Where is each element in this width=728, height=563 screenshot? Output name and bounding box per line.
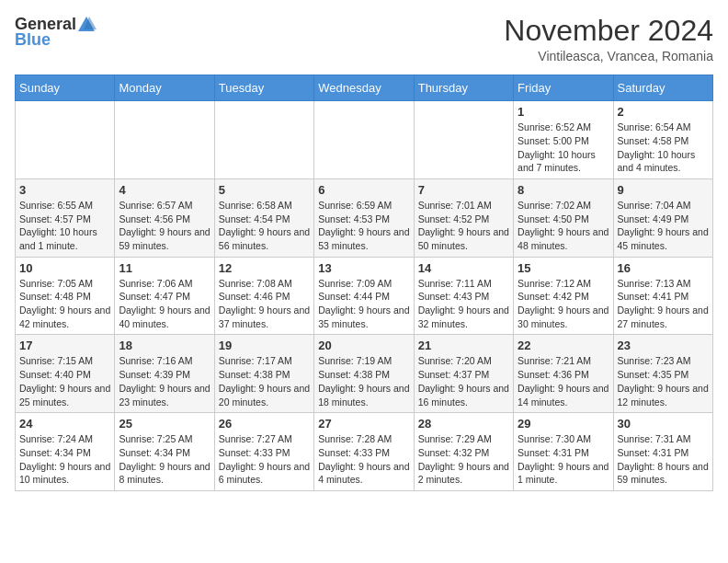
day-info: Sunrise: 6:58 AM Sunset: 4:54 PM Dayligh… bbox=[219, 199, 310, 253]
day-number: 23 bbox=[618, 339, 709, 352]
day-info: Sunrise: 7:28 AM Sunset: 4:33 PM Dayligh… bbox=[318, 432, 409, 487]
day-info: Sunrise: 6:52 AM Sunset: 5:00 PM Dayligh… bbox=[518, 121, 609, 175]
weekday-header-cell: Thursday bbox=[414, 75, 513, 101]
weekday-header-cell: Wednesday bbox=[314, 75, 414, 101]
calendar-day-cell: 10Sunrise: 7:05 AM Sunset: 4:48 PM Dayli… bbox=[16, 257, 115, 335]
calendar-day-cell: 15Sunrise: 7:12 AM Sunset: 4:42 PM Dayli… bbox=[514, 257, 613, 335]
day-info: Sunrise: 7:02 AM Sunset: 4:50 PM Dayligh… bbox=[518, 199, 609, 253]
day-info: Sunrise: 7:29 AM Sunset: 4:32 PM Dayligh… bbox=[418, 432, 509, 487]
day-info: Sunrise: 6:57 AM Sunset: 4:56 PM Dayligh… bbox=[119, 199, 210, 253]
weekday-header-cell: Sunday bbox=[16, 75, 115, 101]
calendar-week-row: 1Sunrise: 6:52 AM Sunset: 5:00 PM Daylig… bbox=[16, 101, 713, 179]
day-number: 29 bbox=[518, 417, 609, 431]
day-info: Sunrise: 7:06 AM Sunset: 4:47 PM Dayligh… bbox=[119, 277, 210, 331]
weekday-header-cell: Tuesday bbox=[214, 75, 313, 101]
calendar-day-cell: 13Sunrise: 7:09 AM Sunset: 4:44 PM Dayli… bbox=[314, 257, 414, 335]
day-info: Sunrise: 7:21 AM Sunset: 4:36 PM Dayligh… bbox=[518, 354, 609, 408]
calendar-day-cell: 1Sunrise: 6:52 AM Sunset: 5:00 PM Daylig… bbox=[514, 101, 613, 179]
day-info: Sunrise: 7:23 AM Sunset: 4:35 PM Dayligh… bbox=[618, 354, 709, 408]
day-number: 6 bbox=[318, 183, 409, 197]
day-info: Sunrise: 7:24 AM Sunset: 4:34 PM Dayligh… bbox=[19, 432, 110, 487]
day-info: Sunrise: 7:04 AM Sunset: 4:49 PM Dayligh… bbox=[618, 199, 709, 253]
day-number: 30 bbox=[618, 417, 709, 431]
day-info: Sunrise: 6:55 AM Sunset: 4:57 PM Dayligh… bbox=[19, 199, 110, 253]
day-number: 11 bbox=[119, 261, 210, 275]
weekday-header-cell: Friday bbox=[514, 75, 613, 101]
calendar-day-cell: 25Sunrise: 7:25 AM Sunset: 4:34 PM Dayli… bbox=[115, 413, 214, 491]
day-number: 3 bbox=[19, 183, 110, 197]
calendar-day-cell: 22Sunrise: 7:21 AM Sunset: 4:36 PM Dayli… bbox=[514, 335, 613, 413]
calendar-day-cell bbox=[414, 101, 513, 179]
calendar-day-cell bbox=[16, 101, 115, 179]
day-number: 28 bbox=[418, 417, 509, 431]
day-number: 9 bbox=[618, 183, 709, 197]
day-info: Sunrise: 7:19 AM Sunset: 4:38 PM Dayligh… bbox=[318, 354, 409, 408]
weekday-header-cell: Saturday bbox=[613, 75, 712, 101]
calendar-day-cell: 11Sunrise: 7:06 AM Sunset: 4:47 PM Dayli… bbox=[115, 257, 214, 335]
day-number: 21 bbox=[418, 339, 509, 352]
day-number: 2 bbox=[618, 105, 709, 119]
day-number: 18 bbox=[119, 339, 210, 352]
calendar-day-cell: 23Sunrise: 7:23 AM Sunset: 4:35 PM Dayli… bbox=[613, 335, 712, 413]
location-subtitle: Vintileasca, Vrancea, Romania bbox=[504, 49, 713, 63]
day-info: Sunrise: 7:08 AM Sunset: 4:46 PM Dayligh… bbox=[219, 277, 310, 331]
calendar-day-cell: 14Sunrise: 7:11 AM Sunset: 4:43 PM Dayli… bbox=[414, 257, 513, 335]
calendar-day-cell: 3Sunrise: 6:55 AM Sunset: 4:57 PM Daylig… bbox=[16, 178, 115, 257]
calendar-day-cell: 9Sunrise: 7:04 AM Sunset: 4:49 PM Daylig… bbox=[613, 178, 712, 257]
calendar-day-cell bbox=[214, 101, 313, 179]
day-info: Sunrise: 7:17 AM Sunset: 4:38 PM Dayligh… bbox=[219, 354, 310, 408]
day-info: Sunrise: 7:27 AM Sunset: 4:33 PM Dayligh… bbox=[219, 432, 310, 487]
calendar-day-cell: 30Sunrise: 7:31 AM Sunset: 4:31 PM Dayli… bbox=[613, 413, 712, 491]
calendar-day-cell: 19Sunrise: 7:17 AM Sunset: 4:38 PM Dayli… bbox=[214, 335, 313, 413]
calendar-day-cell: 21Sunrise: 7:20 AM Sunset: 4:37 PM Dayli… bbox=[414, 335, 513, 413]
day-number: 4 bbox=[119, 183, 210, 197]
calendar-day-cell: 28Sunrise: 7:29 AM Sunset: 4:32 PM Dayli… bbox=[414, 413, 513, 491]
day-info: Sunrise: 6:54 AM Sunset: 4:58 PM Dayligh… bbox=[618, 121, 709, 175]
day-number: 24 bbox=[19, 417, 110, 431]
logo-icon bbox=[76, 15, 97, 35]
logo: General Blue bbox=[15, 15, 97, 50]
calendar-day-cell: 4Sunrise: 6:57 AM Sunset: 4:56 PM Daylig… bbox=[115, 178, 214, 257]
calendar-day-cell bbox=[115, 101, 214, 179]
day-number: 14 bbox=[418, 261, 509, 275]
calendar-day-cell: 20Sunrise: 7:19 AM Sunset: 4:38 PM Dayli… bbox=[314, 335, 414, 413]
calendar-week-row: 17Sunrise: 7:15 AM Sunset: 4:40 PM Dayli… bbox=[16, 335, 713, 413]
day-info: Sunrise: 7:01 AM Sunset: 4:52 PM Dayligh… bbox=[418, 199, 509, 253]
day-number: 22 bbox=[518, 339, 609, 352]
day-number: 12 bbox=[219, 261, 310, 275]
calendar-day-cell: 24Sunrise: 7:24 AM Sunset: 4:34 PM Dayli… bbox=[16, 413, 115, 491]
calendar-week-row: 24Sunrise: 7:24 AM Sunset: 4:34 PM Dayli… bbox=[16, 413, 713, 491]
day-number: 26 bbox=[219, 417, 310, 431]
calendar-day-cell: 5Sunrise: 6:58 AM Sunset: 4:54 PM Daylig… bbox=[214, 178, 313, 257]
calendar-day-cell: 6Sunrise: 6:59 AM Sunset: 4:53 PM Daylig… bbox=[314, 178, 414, 257]
day-number: 15 bbox=[518, 261, 609, 275]
day-info: Sunrise: 7:30 AM Sunset: 4:31 PM Dayligh… bbox=[518, 432, 609, 487]
day-number: 5 bbox=[219, 183, 310, 197]
day-number: 8 bbox=[518, 183, 609, 197]
calendar-day-cell: 17Sunrise: 7:15 AM Sunset: 4:40 PM Dayli… bbox=[16, 335, 115, 413]
day-number: 20 bbox=[318, 339, 409, 352]
day-number: 10 bbox=[19, 261, 110, 275]
day-number: 1 bbox=[518, 105, 609, 119]
day-number: 16 bbox=[618, 261, 709, 275]
day-number: 27 bbox=[318, 417, 409, 431]
calendar-table: SundayMondayTuesdayWednesdayThursdayFrid… bbox=[15, 75, 713, 491]
day-number: 17 bbox=[19, 339, 110, 352]
day-info: Sunrise: 7:20 AM Sunset: 4:37 PM Dayligh… bbox=[418, 354, 509, 408]
day-info: Sunrise: 6:59 AM Sunset: 4:53 PM Dayligh… bbox=[318, 199, 409, 253]
calendar-week-row: 10Sunrise: 7:05 AM Sunset: 4:48 PM Dayli… bbox=[16, 257, 713, 335]
day-info: Sunrise: 7:12 AM Sunset: 4:42 PM Dayligh… bbox=[518, 277, 609, 331]
calendar-day-cell: 12Sunrise: 7:08 AM Sunset: 4:46 PM Dayli… bbox=[214, 257, 313, 335]
calendar-day-cell bbox=[314, 101, 414, 179]
day-info: Sunrise: 7:15 AM Sunset: 4:40 PM Dayligh… bbox=[19, 354, 110, 408]
day-number: 19 bbox=[219, 339, 310, 352]
day-number: 25 bbox=[119, 417, 210, 431]
calendar-day-cell: 29Sunrise: 7:30 AM Sunset: 4:31 PM Dayli… bbox=[514, 413, 613, 491]
calendar-day-cell: 8Sunrise: 7:02 AM Sunset: 4:50 PM Daylig… bbox=[514, 178, 613, 257]
day-info: Sunrise: 7:11 AM Sunset: 4:43 PM Dayligh… bbox=[418, 277, 509, 331]
day-info: Sunrise: 7:31 AM Sunset: 4:31 PM Dayligh… bbox=[618, 432, 709, 487]
calendar-week-row: 3Sunrise: 6:55 AM Sunset: 4:57 PM Daylig… bbox=[16, 178, 713, 257]
day-info: Sunrise: 7:09 AM Sunset: 4:44 PM Dayligh… bbox=[318, 277, 409, 331]
month-title: November 2024 bbox=[504, 15, 713, 47]
weekday-header-cell: Monday bbox=[115, 75, 214, 101]
